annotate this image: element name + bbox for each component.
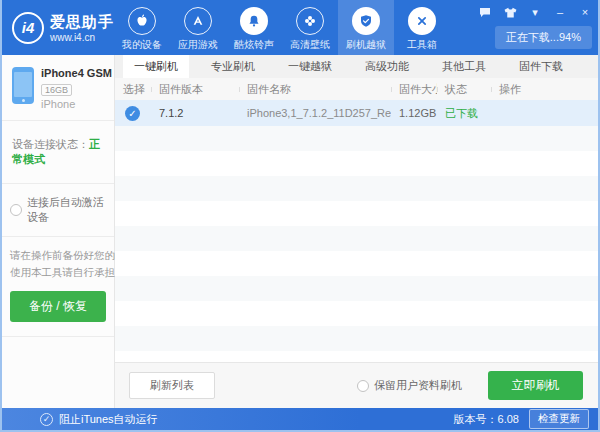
nav-item-apps-games[interactable]: 应用游戏 <box>170 0 226 55</box>
version-label: 版本号：6.08 <box>454 412 519 427</box>
minimize-icon[interactable]: – <box>553 6 567 18</box>
row-version: 7.1.2 <box>151 107 239 119</box>
bell-icon <box>240 7 268 35</box>
empty-table-rows <box>115 126 598 362</box>
device-name: iPhone4 GSM <box>41 67 112 79</box>
nav-label: 应用游戏 <box>178 38 218 52</box>
wallpaper-flower-icon <box>296 7 324 35</box>
skin-shirt-icon[interactable] <box>503 6 517 18</box>
keep-user-data-label: 保留用户资料刷机 <box>374 378 462 393</box>
feedback-bubble-icon[interactable] <box>478 6 492 18</box>
check-update-button[interactable]: 检查更新 <box>529 409 589 429</box>
col-select: 选择 <box>115 82 151 97</box>
flash-now-button[interactable]: 立即刷机 <box>488 371 583 400</box>
col-status: 状态 <box>437 82 491 97</box>
tab-one-click-flash[interactable]: 一键刷机 <box>123 55 189 78</box>
close-icon[interactable]: × <box>578 6 592 18</box>
nav-item-my-devices[interactable]: 我的设备 <box>114 0 170 55</box>
connection-status: 设备连接状态：正常模式 <box>2 121 114 184</box>
jailbreak-shield-icon <box>352 7 380 35</box>
apple-icon <box>128 7 156 35</box>
col-version: 固件版本 <box>151 82 239 97</box>
auto-activate-option[interactable]: 连接后自动激活设备 <box>2 184 114 237</box>
nav-label: 我的设备 <box>122 38 162 52</box>
iphone-icon <box>12 67 34 104</box>
menu-arrow-icon[interactable]: ▾ <box>528 6 542 18</box>
row-firmware-name: iPhone3,1_7.1.2_11D257_Restore (1).ipsw <box>239 107 391 119</box>
firmware-table-header: 选择 固件版本 固件名称 固件大小 状态 操作 <box>115 78 598 100</box>
statusbar: ✓ 阻止iTunes自动运行 版本号：6.08 检查更新 <box>2 408 598 430</box>
device-sidebar: iPhone4 GSM 16GB iPhone 设备连接状态：正常模式 连接后自… <box>2 55 115 408</box>
row-status-downloaded: 已下载 <box>437 106 491 121</box>
brand: i4 爱思助手 www.i4.cn <box>2 0 114 55</box>
device-model: iPhone <box>41 98 112 110</box>
tabbar: 一键刷机 专业刷机 一键越狱 高级功能 其他工具 固件下载 <box>115 55 598 78</box>
action-bar: 刷新列表 保留用户资料刷机 立即刷机 <box>115 362 598 408</box>
check-circle-icon: ✓ <box>40 413 53 426</box>
block-itunes-toggle[interactable]: ✓ 阻止iTunes自动运行 <box>2 412 158 427</box>
tab-one-click-jailbreak[interactable]: 一键越狱 <box>277 55 343 78</box>
nav-item-toolbox[interactable]: 工具箱 <box>394 0 450 55</box>
main-nav: 我的设备 应用游戏 酷炫铃声 高清壁纸 <box>114 0 450 55</box>
i4-logo-icon: i4 <box>12 12 44 44</box>
backup-restore-button[interactable]: 备份 / 恢复 <box>10 291 106 322</box>
connection-label: 设备连接状态： <box>12 138 89 150</box>
warning-text-line2: 使用本工具请自行承担风险 <box>10 264 106 281</box>
col-size: 固件大小 <box>391 82 437 97</box>
row-size: 1.12GB <box>391 107 437 119</box>
nav-item-ringtones[interactable]: 酷炫铃声 <box>226 0 282 55</box>
refresh-list-button[interactable]: 刷新列表 <box>129 372 215 399</box>
main-panel: 一键刷机 专业刷机 一键越狱 高级功能 其他工具 固件下载 选择 固件版本 固件… <box>115 55 598 408</box>
warning-text-line1: 请在操作前备份好您的数据 <box>10 247 106 264</box>
nav-item-flash-jailbreak[interactable]: 刷机越狱 <box>338 0 394 55</box>
col-name: 固件名称 <box>239 82 391 97</box>
app-url: www.i4.cn <box>50 32 114 43</box>
device-info-panel: iPhone4 GSM 16GB iPhone <box>2 55 114 121</box>
tools-icon <box>408 7 436 35</box>
firmware-row-selected[interactable]: ✓ 7.1.2 iPhone3,1_7.1.2_11D257_Restore (… <box>115 100 598 126</box>
appstore-icon <box>184 7 212 35</box>
backup-panel: 请在操作前备份好您的数据 使用本工具请自行承担风险 备份 / 恢复 <box>2 237 114 337</box>
tab-other-tools[interactable]: 其他工具 <box>431 55 497 78</box>
download-progress-button[interactable]: 正在下载...94% <box>495 26 592 49</box>
nav-label: 高清壁纸 <box>290 38 330 52</box>
nav-item-wallpapers[interactable]: 高清壁纸 <box>282 0 338 55</box>
keep-user-data-option[interactable]: 保留用户资料刷机 <box>357 378 462 393</box>
auto-activate-label: 连接后自动激活设备 <box>27 195 106 225</box>
auto-activate-radio[interactable] <box>10 204 22 216</box>
window-controls: ▾ – × <box>478 6 592 18</box>
titlebar: i4 爱思助手 www.i4.cn 我的设备 应用游戏 <box>2 0 598 55</box>
nav-label: 刷机越狱 <box>346 38 386 52</box>
tab-firmware-download[interactable]: 固件下载 <box>508 55 574 78</box>
tab-pro-flash[interactable]: 专业刷机 <box>200 55 266 78</box>
block-itunes-label: 阻止iTunes自动运行 <box>59 412 158 427</box>
row-checked-icon[interactable]: ✓ <box>125 106 140 121</box>
col-action: 操作 <box>491 82 598 97</box>
device-capacity-badge: 16GB <box>41 84 72 96</box>
nav-label: 工具箱 <box>407 38 437 52</box>
app-window: i4 爱思助手 www.i4.cn 我的设备 应用游戏 <box>0 0 600 432</box>
app-title: 爱思助手 <box>50 13 114 32</box>
nav-label: 酷炫铃声 <box>234 38 274 52</box>
tab-advanced[interactable]: 高级功能 <box>354 55 420 78</box>
keep-user-data-radio[interactable] <box>357 380 369 392</box>
